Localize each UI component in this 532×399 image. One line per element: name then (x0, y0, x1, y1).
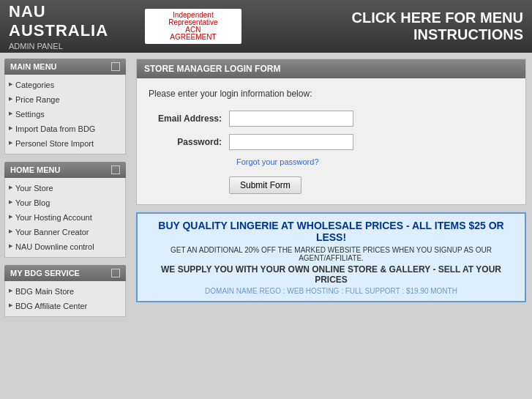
sidebar-item-settings[interactable]: Settings (5, 107, 125, 122)
login-panel-body: Please enter your login information belo… (137, 78, 525, 204)
sidebar-item-categories[interactable]: Categories (5, 78, 125, 92)
home-menu-label: HOME MENU (10, 165, 60, 174)
login-intro: Please enter your login information belo… (149, 89, 514, 99)
acn-tag: Independent Representative (149, 12, 237, 26)
main-content: STORE MANAGER LOGIN FORM Please enter yo… (130, 53, 532, 389)
sidebar-section-main-menu: MAIN MENU Categories Price Range Setting… (4, 59, 126, 154)
sidebar-section-bdg: MY BDG SERVICE BDG Main Store BDG Affili… (4, 265, 126, 317)
header-cta[interactable]: CLICK HERE FOR MENU INSTRUCTIONS (249, 10, 523, 43)
main-menu-label: MAIN MENU (10, 62, 57, 71)
password-row: Password: (149, 134, 514, 150)
sidebar: MAIN MENU Categories Price Range Setting… (0, 53, 130, 389)
site-subtitle: ADMIN PANEL (9, 42, 145, 51)
banner-title: BUY QUALITY LINGERIE at WHOLESALE PRICES… (145, 220, 517, 243)
acn-logo-block: Independent Representative ACN AGREEMENT (145, 9, 241, 44)
bdg-menu-label: MY BDG SERVICE (10, 269, 80, 277)
home-menu-items: Your Store Your Blog Your Hosting Accoun… (4, 178, 126, 258)
sidebar-item-your-store[interactable]: Your Store (5, 181, 125, 195)
email-row: Email Address: (149, 111, 514, 127)
login-panel: STORE MANAGER LOGIN FORM Please enter yo… (136, 59, 526, 205)
bdg-menu-items: BDG Main Store BDG Affiliate Center (4, 281, 126, 317)
sidebar-item-hosting[interactable]: Your Hosting Account (5, 210, 125, 225)
banner-footer: DOMAIN NAME REGO : WEB HOSTING : FULL SU… (145, 287, 517, 295)
forgot-password-link[interactable]: Forgot your password? (236, 157, 514, 166)
password-label: Password: (149, 137, 229, 147)
sidebar-item-banner-creator[interactable]: Your Banner Creator (5, 225, 125, 239)
sidebar-item-bdg-main[interactable]: BDG Main Store (5, 284, 125, 299)
acn-sub: AGREEMENT (149, 34, 237, 41)
sidebar-header-bdg: MY BDG SERVICE (4, 265, 126, 281)
copy-icon (111, 62, 120, 71)
acn-logo: Independent Representative ACN AGREEMENT (145, 9, 241, 44)
site-title: NAU AUSTRALIA (9, 2, 145, 40)
header-right: Independent Representative ACN AGREEMENT… (145, 9, 523, 44)
main-menu-items: Categories Price Range Settings Import D… (4, 75, 126, 154)
banner-sub1: GET AN ADDITIONAL 20% OFF THE MARKED WEB… (145, 246, 517, 262)
copy-icon-home (111, 165, 120, 174)
header: NAU AUSTRALIA ADMIN PANEL Independent Re… (0, 0, 532, 53)
login-panel-header: STORE MANAGER LOGIN FORM (137, 59, 525, 78)
login-panel-title: STORE MANAGER LOGIN FORM (144, 64, 280, 74)
main-layout: MAIN MENU Categories Price Range Setting… (0, 53, 532, 389)
sidebar-item-your-blog[interactable]: Your Blog (5, 195, 125, 210)
banner-ad[interactable]: BUY QUALITY LINGERIE at WHOLESALE PRICES… (136, 212, 526, 302)
sidebar-header-home-menu: HOME MENU (4, 162, 126, 178)
submit-button[interactable]: Submit Form (229, 176, 301, 194)
sidebar-item-bdg-affiliate[interactable]: BDG Affiliate Center (5, 299, 125, 313)
copy-icon-bdg (111, 269, 120, 277)
email-label: Email Address: (149, 113, 229, 124)
sidebar-item-downline[interactable]: NAU Downline control (5, 239, 125, 254)
password-input[interactable] (229, 134, 353, 150)
sidebar-item-personel-store[interactable]: Personel Store Import (5, 136, 125, 151)
sidebar-header-main-menu: MAIN MENU (4, 59, 126, 75)
header-left: NAU AUSTRALIA ADMIN PANEL (9, 2, 145, 51)
banner-sub2: WE SUPPLY YOU WITH YOUR OWN ONLINE STORE… (145, 264, 517, 285)
sidebar-section-home-menu: HOME MENU Your Store Your Blog Your Host… (4, 162, 126, 258)
email-input[interactable] (229, 111, 353, 127)
sidebar-item-price-range[interactable]: Price Range (5, 92, 125, 107)
sidebar-item-import-bdg[interactable]: Import Data from BDG (5, 122, 125, 136)
